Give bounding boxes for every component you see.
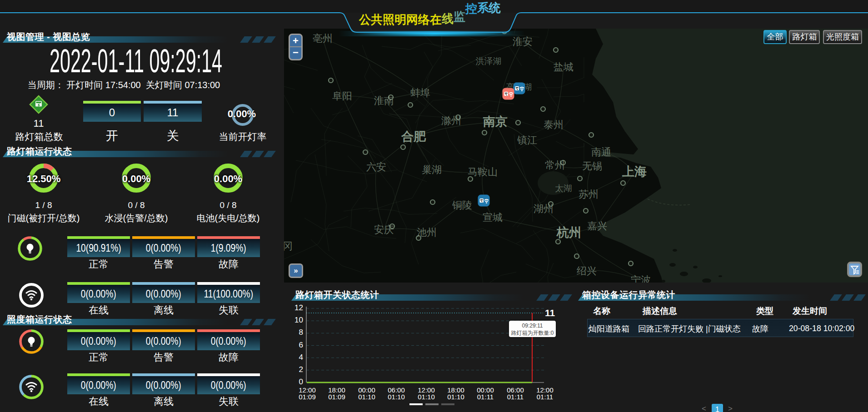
svg-text:南通: 南通	[591, 146, 611, 158]
svg-text:六安: 六安	[366, 161, 386, 173]
svg-text:宣城: 宣城	[483, 212, 503, 223]
svg-text:巢湖: 巢湖	[422, 164, 442, 175]
svg-text:湖州: 湖州	[534, 203, 554, 214]
svg-text:嘉兴: 嘉兴	[587, 220, 607, 232]
svg-text:杭州: 杭州	[556, 226, 581, 239]
svg-text:无锡: 无锡	[582, 160, 602, 172]
svg-text:洪泽湖: 洪泽湖	[476, 56, 502, 66]
svg-text:冈: 冈	[284, 240, 293, 252]
svg-text:池州: 池州	[417, 227, 437, 238]
svg-text:宁波: 宁波	[631, 274, 651, 283]
svg-text:阜阳: 阜阳	[332, 90, 352, 102]
svg-text:滁州: 滁州	[441, 115, 461, 126]
svg-text:绍兴: 绍兴	[577, 265, 597, 277]
svg-text:常州: 常州	[545, 159, 565, 171]
svg-text:南京: 南京	[483, 115, 508, 129]
svg-text:蚌埠: 蚌埠	[410, 87, 430, 99]
svg-text:铜陵: 铜陵	[452, 199, 472, 211]
svg-text:镇江: 镇江	[517, 134, 537, 146]
svg-text:上海: 上海	[622, 165, 647, 179]
svg-text:太湖: 太湖	[555, 184, 572, 193]
svg-text:苏州: 苏州	[579, 189, 599, 200]
svg-text:盐城: 盐城	[554, 61, 574, 73]
svg-text:淮南: 淮南	[374, 95, 394, 106]
svg-text:泰州: 泰州	[544, 119, 564, 130]
svg-text:马鞍山: 马鞍山	[468, 166, 498, 178]
svg-text:合肥: 合肥	[401, 130, 426, 144]
svg-text:安庆: 安庆	[374, 224, 394, 235]
